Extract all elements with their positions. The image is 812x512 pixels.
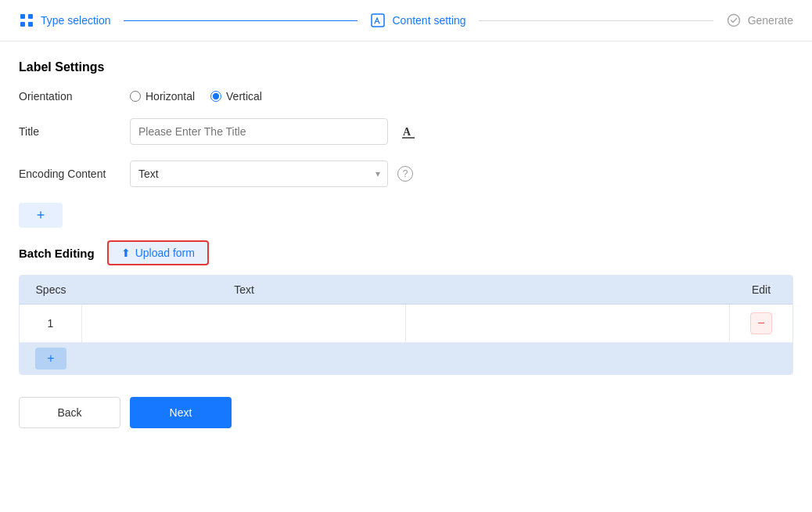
- grid-icon: [19, 13, 34, 28]
- stepper: Type selection Content setting Generate: [0, 0, 812, 41]
- svg-text:A: A: [403, 126, 411, 138]
- step-line-2: [479, 20, 713, 21]
- add-small-button[interactable]: +: [19, 203, 63, 228]
- svg-rect-1: [28, 14, 33, 19]
- check-circle-icon: [726, 13, 742, 28]
- encoding-content-label: Encoding Content: [19, 168, 120, 180]
- batch-editing-row: Batch Editing ⬆ Upload form: [19, 240, 793, 265]
- cell-specs-1: 1: [20, 305, 82, 342]
- radio-horizontal-input[interactable]: [130, 91, 141, 102]
- step-type-selection[interactable]: Type selection: [19, 13, 111, 28]
- svg-rect-3: [28, 22, 33, 27]
- step-generate-label: Generate: [748, 14, 793, 27]
- step-content-setting[interactable]: Content setting: [370, 13, 465, 28]
- edit-icon: [370, 13, 386, 28]
- step-generate[interactable]: Generate: [726, 13, 793, 28]
- header-text: Text: [82, 276, 406, 304]
- radio-vertical-input[interactable]: [210, 91, 221, 102]
- radio-vertical[interactable]: Vertical: [210, 90, 262, 103]
- header-edit: Edit: [730, 276, 792, 304]
- cell-extra-1: [406, 305, 730, 342]
- cell-edit-1: −: [730, 305, 792, 342]
- upload-form-label: Upload form: [135, 247, 195, 259]
- batch-table: Specs Text Edit 1 − +: [19, 275, 793, 375]
- encoding-select-wrap: Text Barcode QR Code ▾: [130, 160, 388, 187]
- table-row: 1 −: [20, 305, 792, 343]
- orientation-radio-group: Horizontal Vertical: [130, 90, 262, 103]
- main-content: Label Settings Orientation Horizontal Ve…: [0, 41, 812, 453]
- step-type-selection-label: Type selection: [41, 14, 111, 27]
- radio-horizontal[interactable]: Horizontal: [130, 90, 195, 103]
- upload-icon: ⬆: [121, 247, 131, 259]
- delete-row-1-button[interactable]: −: [750, 312, 772, 334]
- footer-buttons: Back Next: [19, 391, 793, 434]
- radio-vertical-label: Vertical: [226, 90, 262, 103]
- next-button[interactable]: Next: [130, 397, 232, 428]
- table-header: Specs Text Edit: [20, 276, 792, 305]
- encoding-select[interactable]: Text Barcode QR Code: [130, 160, 388, 187]
- orientation-row: Orientation Horizontal Vertical: [19, 90, 793, 103]
- header-specs: Specs: [20, 276, 82, 304]
- title-row: Title A: [19, 118, 793, 145]
- step-content-setting-label: Content setting: [392, 14, 465, 27]
- orientation-label: Orientation: [19, 90, 120, 103]
- table-add-row-button[interactable]: +: [35, 348, 66, 370]
- text-underline-icon[interactable]: A: [397, 121, 419, 142]
- title-label: Title: [19, 125, 120, 138]
- svg-rect-2: [20, 22, 25, 27]
- svg-point-5: [728, 15, 739, 27]
- upload-form-button[interactable]: ⬆ Upload form: [107, 240, 209, 265]
- svg-rect-0: [20, 14, 25, 19]
- label-settings-title: Label Settings: [19, 60, 793, 74]
- back-button[interactable]: Back: [19, 397, 120, 428]
- batch-editing-label: Batch Editing: [19, 247, 95, 260]
- cell-text-1: [82, 305, 406, 342]
- step-line-1: [124, 20, 358, 21]
- help-icon[interactable]: ?: [397, 166, 413, 182]
- title-input[interactable]: [130, 118, 388, 145]
- encoding-content-row: Encoding Content Text Barcode QR Code ▾ …: [19, 160, 793, 187]
- header-extra: [406, 276, 730, 304]
- radio-horizontal-label: Horizontal: [146, 90, 195, 103]
- table-add-row-area: +: [20, 343, 792, 374]
